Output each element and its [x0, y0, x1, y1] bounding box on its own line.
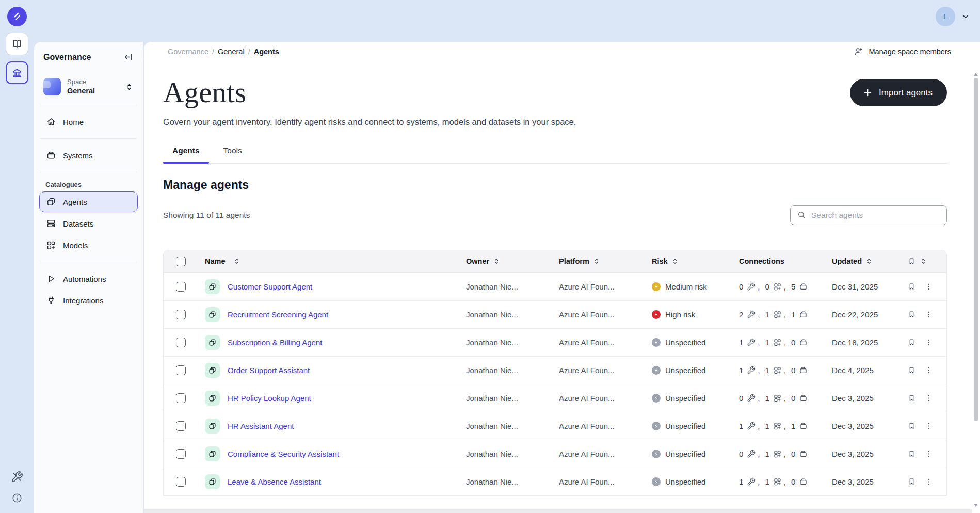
bookmark-icon[interactable]: [907, 422, 916, 430]
sort-icon[interactable]: [593, 258, 600, 265]
bookmark-icon[interactable]: [907, 257, 916, 266]
agent-name-link[interactable]: Compliance & Security Assistant: [228, 450, 339, 458]
horizontal-scrollbar[interactable]: [144, 509, 972, 513]
comma: ,: [758, 394, 760, 403]
row-checkbox[interactable]: [176, 477, 186, 487]
breadcrumb: Governance / General / Agents: [168, 47, 279, 56]
row-checkbox[interactable]: [176, 393, 186, 403]
row-checkbox[interactable]: [176, 421, 186, 431]
row-menu-icon[interactable]: [924, 477, 933, 486]
agent-name-link[interactable]: Subscription & Billing Agent: [228, 338, 322, 347]
space-label: Space: [67, 78, 95, 86]
space-switcher[interactable]: Space General: [39, 75, 138, 99]
agent-name-link[interactable]: HR Policy Lookup Agent: [228, 394, 311, 403]
app-rail: [0, 0, 34, 513]
import-agents-button[interactable]: Import agents: [850, 79, 947, 106]
column-header-name[interactable]: Name: [205, 257, 226, 265]
tab-agents[interactable]: Agents: [163, 146, 209, 163]
wrench-icon: [747, 366, 756, 375]
column-header-platform[interactable]: Platform: [559, 257, 589, 265]
divider: [40, 138, 137, 139]
sidebar-item-home[interactable]: Home: [39, 111, 138, 132]
governance-bank-button[interactable]: [6, 61, 28, 84]
row-checkbox[interactable]: [176, 310, 186, 319]
sort-icon[interactable]: [920, 258, 927, 265]
column-header-owner[interactable]: Owner: [466, 257, 489, 265]
agent-name-link[interactable]: Leave & Absence Assistant: [228, 477, 321, 486]
risk-label: Unspecified: [665, 366, 705, 375]
bookmark-icon[interactable]: [907, 338, 916, 347]
systems-count: 0: [791, 338, 795, 347]
bookmark-icon[interactable]: [907, 394, 916, 403]
sort-icon[interactable]: [671, 258, 679, 265]
search-input[interactable]: [811, 211, 940, 220]
row-checkbox[interactable]: [176, 282, 186, 292]
select-all-checkbox[interactable]: [176, 256, 186, 266]
wrench-icon: [747, 394, 756, 403]
connections-cell: 1 , 1 , 1: [739, 422, 832, 430]
models-count: 1: [765, 366, 769, 375]
agent-copy-icon: [205, 307, 220, 322]
connections-cell: 1 , 1 , 0: [739, 338, 832, 347]
agent-copy-icon: [205, 391, 220, 406]
row-menu-icon[interactable]: [924, 422, 933, 430]
search-icon: [797, 210, 807, 220]
chevron-down-icon[interactable]: [960, 11, 971, 22]
column-header-platform-wrap: Platform: [559, 257, 652, 265]
manage-space-members-button[interactable]: Manage space members: [854, 46, 951, 56]
row-menu-icon[interactable]: [924, 310, 933, 319]
collapse-sidebar-icon[interactable]: [123, 52, 134, 62]
row-menu-icon[interactable]: [924, 394, 933, 403]
scroll-up-arrow[interactable]: [974, 73, 978, 76]
docs-book-button[interactable]: [6, 33, 28, 55]
row-checkbox[interactable]: [176, 449, 186, 459]
owner-cell: Jonathan Nie...: [466, 394, 559, 403]
sidebar-item-agents[interactable]: Agents: [39, 191, 138, 212]
scroll-down-arrow[interactable]: [974, 504, 978, 507]
brand-logo[interactable]: [7, 7, 27, 26]
agent-name-link[interactable]: Recruitment Screening Agent: [228, 310, 328, 319]
agent-name-link[interactable]: Order Support Assistant: [228, 366, 310, 375]
column-header-updated[interactable]: Updated: [832, 257, 862, 265]
owner-cell: Jonathan Nie...: [466, 338, 559, 347]
row-menu-icon[interactable]: [924, 450, 933, 458]
models-count: 1: [765, 338, 769, 347]
breadcrumb-separator: /: [248, 47, 250, 56]
sidebar-item-integrations[interactable]: Integrations: [39, 290, 138, 311]
tab-tools[interactable]: Tools: [214, 146, 251, 163]
scrollbar-thumb[interactable]: [974, 78, 978, 421]
sort-icon[interactable]: [493, 258, 500, 265]
automations-play-icon: [46, 274, 56, 284]
agent-name-link[interactable]: Customer Support Agent: [228, 282, 312, 291]
wrench-icon: [747, 310, 756, 319]
breadcrumb-root[interactable]: Governance: [168, 47, 208, 56]
sidebar-item-label: Agents: [63, 198, 87, 206]
bookmark-icon[interactable]: [907, 477, 916, 486]
risk-cell: Unspecified: [652, 394, 739, 403]
row-menu-icon[interactable]: [924, 338, 933, 347]
row-menu-icon[interactable]: [924, 366, 933, 375]
row-menu-icon[interactable]: [924, 282, 933, 291]
sidebar-item-systems[interactable]: Systems: [39, 145, 138, 166]
row-checkbox[interactable]: [176, 365, 186, 375]
sidebar-item-datasets[interactable]: Datasets: [39, 213, 138, 234]
vertical-scrollbar[interactable]: [972, 42, 980, 513]
bookmark-icon[interactable]: [907, 282, 916, 291]
row-checkbox[interactable]: [176, 338, 186, 347]
breadcrumb-middle[interactable]: General: [218, 47, 245, 56]
avatar[interactable]: L: [936, 7, 955, 26]
bookmark-icon[interactable]: [907, 366, 916, 375]
sort-icon[interactable]: [865, 258, 873, 265]
bookmark-icon[interactable]: [907, 450, 916, 458]
agent-name-link[interactable]: HR Assistant Agent: [228, 422, 294, 430]
sidebar-item-models[interactable]: Models: [39, 235, 138, 255]
column-header-risk[interactable]: Risk: [652, 257, 668, 265]
sidebar-item-automations[interactable]: Automations: [39, 268, 138, 289]
info-button[interactable]: [11, 492, 23, 504]
column-header-owner-wrap: Owner: [466, 257, 559, 265]
wrench-screwdriver-icon: [11, 471, 23, 483]
import-agents-label: Import agents: [879, 88, 933, 98]
bookmark-icon[interactable]: [907, 310, 916, 319]
tools-button[interactable]: [11, 471, 23, 483]
sort-icon[interactable]: [233, 258, 240, 265]
